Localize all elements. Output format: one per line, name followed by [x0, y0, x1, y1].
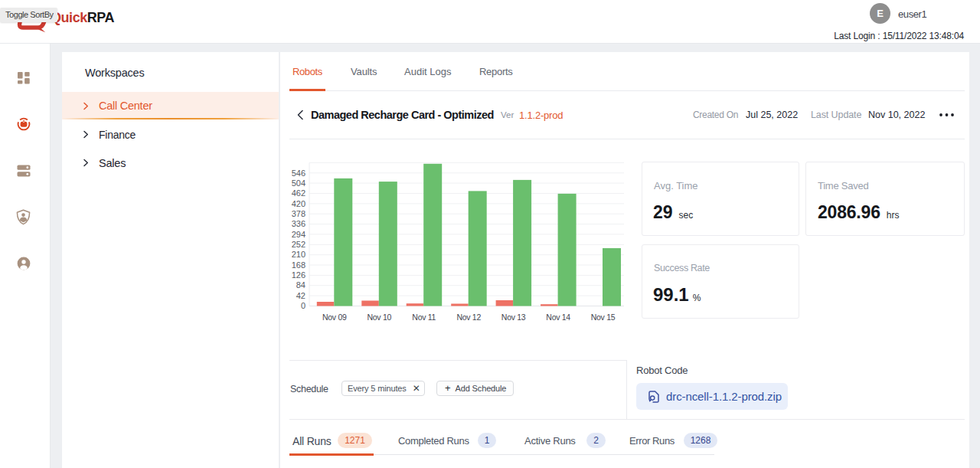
svg-text:126: 126	[292, 270, 305, 280]
svg-text:0: 0	[301, 301, 305, 310]
svg-text:84: 84	[296, 280, 305, 290]
svg-text:210: 210	[292, 250, 305, 259]
svg-text:Nov 11: Nov 11	[412, 313, 436, 322]
svg-text:504: 504	[292, 178, 305, 188]
svg-text:378: 378	[292, 209, 305, 218]
svg-text:420: 420	[292, 199, 305, 208]
svg-text:42: 42	[296, 291, 305, 300]
svg-text:546: 546	[292, 169, 305, 178]
svg-text:462: 462	[292, 188, 305, 198]
svg-text:336: 336	[292, 219, 305, 228]
svg-text:252: 252	[292, 240, 305, 249]
svg-text:Nov 13: Nov 13	[501, 313, 526, 322]
svg-text:168: 168	[292, 260, 305, 270]
svg-text:Nov 12: Nov 12	[456, 313, 481, 322]
svg-text:Nov 14: Nov 14	[546, 313, 570, 322]
svg-text:Nov 09: Nov 09	[322, 313, 347, 322]
svg-text:294: 294	[292, 230, 305, 239]
svg-text:Nov 10: Nov 10	[368, 313, 392, 322]
svg-text:Nov 15: Nov 15	[591, 313, 616, 322]
